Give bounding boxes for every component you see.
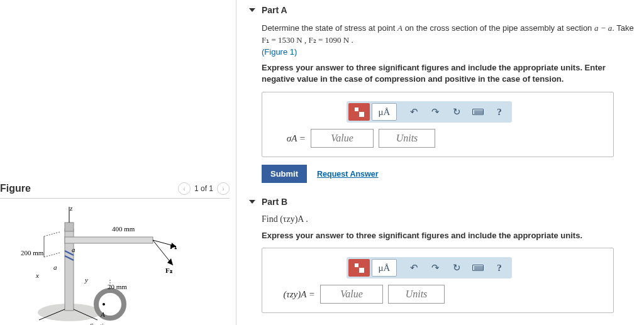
partA-instruction: Express your answer to three significant… (262, 62, 638, 86)
section-a-lower: a (53, 263, 57, 271)
axis-x-label: x (36, 272, 39, 279)
axis-y-label: y (85, 276, 88, 284)
partB-value-input[interactable] (320, 285, 383, 304)
svg-rect-2 (65, 237, 153, 243)
units-picker-button[interactable]: μÅ (372, 103, 397, 121)
partA-prompt: Determine the state of stress at point A… (262, 23, 638, 58)
partB-symbol: (τzy)A = (271, 289, 315, 300)
dim-200mm: 200 mm (21, 249, 43, 256)
svg-line-8 (44, 253, 60, 257)
partA-submit-button[interactable]: Submit (262, 165, 307, 183)
partB-instruction: Express your answer to three significant… (262, 230, 638, 242)
partA-answer-box: μÅ ↶ ↷ ↻ ? σA = (262, 92, 614, 157)
partB-units-input[interactable] (388, 285, 445, 304)
template-picker-button[interactable] (348, 259, 370, 277)
figure-image: z x y 400 mm 200 mm 20 mm F₁ F₂ a a A Se… (0, 204, 230, 325)
partB-prompt: Find (τzy)A . (262, 213, 638, 226)
svg-rect-3 (65, 223, 74, 231)
section-a-upper: a (72, 246, 75, 253)
help-button[interactable]: ? (489, 259, 510, 277)
undo-button[interactable]: ↶ (403, 103, 425, 121)
partB-disclose-icon[interactable] (249, 200, 255, 204)
svg-line-9 (44, 232, 60, 236)
template-picker-button[interactable] (348, 103, 370, 121)
partA-value-input[interactable] (311, 129, 374, 148)
reset-button[interactable]: ↻ (446, 259, 467, 277)
section-caption: Section a – a (90, 322, 126, 325)
undo-button[interactable]: ↶ (403, 259, 425, 277)
figure-title: Figure (0, 183, 31, 194)
keyboard-button[interactable] (467, 259, 489, 277)
partB-answer-box: μÅ ↶ ↷ ↻ ? (τzy)A = (262, 248, 614, 313)
keyboard-icon (472, 109, 484, 115)
partA-disclose-icon[interactable] (249, 8, 255, 12)
help-button[interactable]: ? (489, 103, 510, 121)
axis-z-label: z (70, 204, 72, 212)
pager-status: 1 of 1 (194, 184, 213, 193)
pager-prev-button[interactable]: ‹ (178, 182, 191, 195)
force-f1-label: F₁ (170, 243, 177, 251)
keyboard-icon (472, 265, 484, 271)
pager-next-button[interactable]: › (217, 182, 230, 195)
reset-button[interactable]: ↻ (446, 103, 467, 121)
keyboard-button[interactable] (467, 103, 489, 121)
svg-point-18 (103, 303, 105, 306)
partA-request-answer-link[interactable]: Request Answer (317, 170, 378, 179)
partB-toolbar: μÅ ↶ ↷ ↻ ? (347, 257, 512, 278)
partA-symbol: σA = (271, 133, 306, 144)
partA-title: Part A (262, 5, 287, 15)
partB-title: Part B (262, 197, 287, 207)
dim-400mm: 400 mm (112, 225, 135, 233)
force-f2-label: F₂ (165, 267, 172, 275)
redo-button[interactable]: ↷ (425, 259, 446, 277)
partA-units-input[interactable] (379, 129, 435, 148)
point-a-label: A (101, 311, 105, 318)
units-picker-button[interactable]: μÅ (372, 259, 397, 277)
dim-20mm: 20 mm (108, 283, 127, 290)
figure-link[interactable]: (Figure 1) (262, 47, 297, 57)
partA-toolbar: μÅ ↶ ↷ ↻ ? (347, 101, 512, 123)
redo-button[interactable]: ↷ (425, 103, 446, 121)
